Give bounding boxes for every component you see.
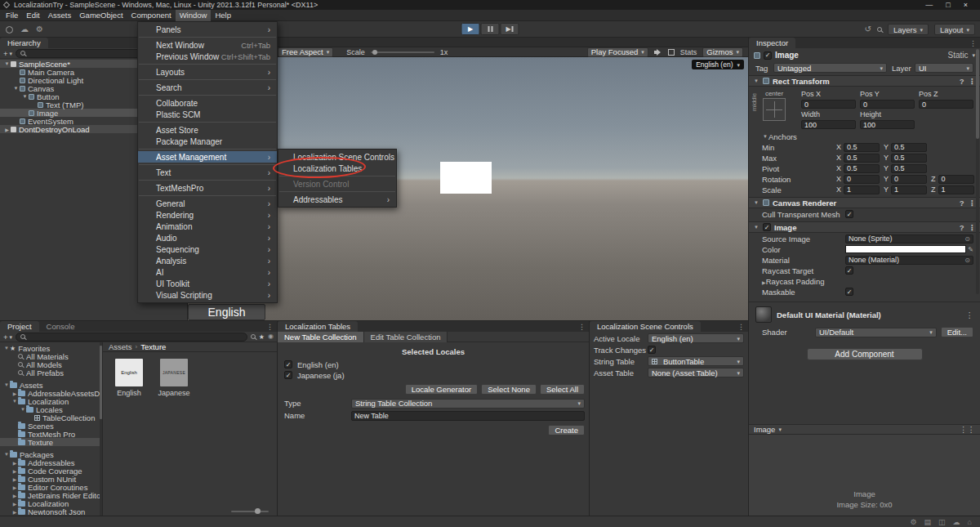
window-menu-item[interactable]: Panels› bbox=[138, 24, 277, 35]
number-field[interactable]: 0.5 bbox=[844, 164, 880, 173]
anchor-preset-widget[interactable]: center middle bbox=[753, 90, 795, 129]
layout-dropdown[interactable]: Layout▾ bbox=[934, 24, 975, 35]
number-field[interactable]: 0 bbox=[844, 175, 880, 184]
cloud-icon[interactable]: ☁ bbox=[20, 25, 29, 33]
gizmos-dropdown[interactable]: Gizmos▾ bbox=[702, 47, 743, 57]
expander-icon[interactable]: ▼ bbox=[12, 86, 20, 91]
project-tree-item[interactable]: ▶Addressables bbox=[0, 458, 102, 467]
expander-icon[interactable]: ▶ bbox=[11, 391, 18, 396]
panel-menu-icon[interactable]: ⋮ bbox=[737, 323, 745, 331]
window-menu-item[interactable]: Collaborate bbox=[138, 97, 277, 109]
more-icon[interactable]: ⋮ bbox=[969, 77, 977, 86]
tab-localization-tables[interactable]: Localization Tables bbox=[278, 321, 358, 332]
number-field[interactable]: 1 bbox=[938, 185, 974, 194]
number-field[interactable]: 0.5 bbox=[891, 154, 927, 163]
object-field[interactable]: None (Material)⊙ bbox=[845, 256, 973, 265]
project-tree-item[interactable]: ▼Localization bbox=[0, 397, 102, 405]
expander-icon[interactable]: ▼ bbox=[21, 94, 29, 99]
locale-generator-button[interactable]: Locale Generator bbox=[405, 384, 478, 395]
account-icon[interactable] bbox=[6, 26, 13, 33]
expander-icon[interactable]: ▼ bbox=[3, 382, 10, 387]
create-button[interactable]: Create bbox=[548, 425, 585, 435]
panel-menu-icon[interactable]: ⋮ bbox=[266, 323, 274, 331]
window-menu-item[interactable]: Asset Store bbox=[138, 124, 277, 136]
cull-checkbox[interactable]: ✓ bbox=[845, 210, 853, 218]
menu-gameobject[interactable]: GameObject bbox=[75, 10, 127, 21]
status-cloud-icon[interactable]: ☁ bbox=[953, 518, 960, 526]
layers-dropdown[interactable]: Layers▾ bbox=[888, 24, 929, 35]
dropdown[interactable]: English (en)▾ bbox=[648, 333, 744, 343]
project-search-input[interactable] bbox=[29, 333, 243, 341]
number-field[interactable]: 100 bbox=[860, 120, 915, 129]
expander-icon[interactable]: ▼ bbox=[3, 61, 11, 66]
window-menu-item[interactable]: TextMeshPro› bbox=[138, 182, 277, 194]
pause-button[interactable] bbox=[481, 23, 500, 35]
menu-assets[interactable]: Assets bbox=[44, 10, 76, 21]
expander-icon[interactable]: ▶ bbox=[11, 476, 18, 482]
tab-project[interactable]: Project bbox=[0, 321, 39, 332]
number-field[interactable]: 0.5 bbox=[844, 154, 880, 163]
tab-localization-scene-controls[interactable]: Localization Scene Controls bbox=[590, 321, 701, 332]
stats-toggle[interactable]: Stats bbox=[680, 48, 697, 56]
object-picker-icon[interactable]: ⊙ bbox=[964, 235, 970, 243]
project-tree-item[interactable]: ▶JetBrains Rider Editor bbox=[0, 491, 102, 499]
project-tree-item[interactable]: ▼Packages bbox=[0, 450, 102, 458]
number-field[interactable]: 0 bbox=[919, 100, 973, 109]
project-tree-item[interactable]: ▼★Favorites bbox=[0, 344, 102, 352]
expander-icon[interactable]: ▶ bbox=[11, 460, 18, 466]
number-field[interactable]: 0 bbox=[891, 175, 927, 184]
mode-tab[interactable]: Edit Table Collection bbox=[364, 332, 448, 342]
foldout-icon[interactable]: ▼ bbox=[762, 134, 768, 139]
status-paint-icon[interactable]: ⚙ bbox=[910, 518, 916, 526]
create-asset-button[interactable]: +▾ bbox=[3, 333, 12, 342]
add-component-button[interactable]: Add Component bbox=[807, 348, 923, 360]
object-field[interactable]: None (Sprite)⊙ bbox=[845, 234, 973, 243]
tab-hierarchy[interactable]: Hierarchy bbox=[0, 38, 48, 48]
project-tree-item[interactable]: All Models bbox=[0, 360, 102, 368]
window-menu-item[interactable]: AI› bbox=[138, 266, 277, 278]
aspect-dropdown[interactable]: Free Aspect▾ bbox=[278, 47, 333, 57]
menu-file[interactable]: File bbox=[2, 10, 22, 21]
layer-dropdown[interactable]: UI▾ bbox=[915, 63, 973, 73]
project-tree-item[interactable]: ▶Custom NUnit bbox=[0, 475, 102, 483]
project-tree-item[interactable]: ▶Code Coverage bbox=[0, 467, 102, 475]
expander-icon[interactable]: ▶ bbox=[11, 468, 18, 474]
window-menu-item[interactable]: Analysis› bbox=[138, 255, 277, 266]
expander-icon[interactable]: ▶ bbox=[11, 485, 18, 490]
expander-icon[interactable]: ▼ bbox=[3, 346, 10, 351]
submenu-item[interactable]: Addressables› bbox=[278, 194, 396, 205]
window-menu-item[interactable]: General› bbox=[138, 198, 277, 209]
object-picker-icon[interactable]: ⊙ bbox=[964, 257, 970, 264]
more-icon[interactable]: ⋮ bbox=[969, 199, 977, 208]
project-tree-item[interactable]: ▼Locales bbox=[0, 405, 102, 413]
tag-dropdown[interactable]: Untagged▾ bbox=[773, 63, 887, 73]
checkbox[interactable]: ✓ bbox=[845, 288, 853, 296]
help-icon[interactable]: ? bbox=[960, 223, 964, 232]
foldout-icon[interactable]: ▼ bbox=[753, 225, 760, 230]
more-icon[interactable]: ⋮ bbox=[966, 310, 974, 319]
expander-icon[interactable]: ▼ bbox=[11, 399, 18, 404]
expander-icon[interactable]: ▼ bbox=[20, 407, 26, 412]
project-search[interactable] bbox=[16, 333, 247, 342]
tab-console[interactable]: Console bbox=[39, 321, 82, 332]
search-by-type-icon[interactable] bbox=[251, 334, 256, 339]
property-label[interactable]: ▶Raycast Padding bbox=[762, 277, 845, 286]
create-object-button[interactable]: +▾ bbox=[3, 49, 12, 58]
window-menu-item[interactable]: Search› bbox=[138, 82, 277, 93]
project-tree-item[interactable]: Scenes bbox=[0, 422, 102, 430]
mute-audio-icon[interactable] bbox=[654, 49, 662, 56]
dropdown[interactable]: None (Asset Table)▾ bbox=[648, 368, 744, 377]
number-field[interactable]: 1 bbox=[891, 185, 927, 194]
undo-history-icon[interactable]: ↺ bbox=[865, 25, 871, 33]
saved-search-icon[interactable]: ★ bbox=[259, 333, 265, 341]
game-locale-dropdown[interactable]: English (en)▾ bbox=[692, 60, 744, 69]
foldout-icon[interactable]: ▼ bbox=[753, 78, 760, 83]
project-tree-item[interactable]: All Materials bbox=[0, 352, 102, 360]
menu-component[interactable]: Component bbox=[127, 10, 176, 21]
project-tree-item[interactable]: ▼Assets bbox=[0, 381, 102, 389]
play-button[interactable]: ▶ bbox=[461, 23, 480, 35]
search-icon[interactable] bbox=[877, 27, 882, 32]
window-menu-item[interactable]: Layouts› bbox=[138, 66, 277, 78]
minimize-button[interactable]: — bbox=[925, 1, 933, 9]
play-focused-dropdown[interactable]: Play Focused▾ bbox=[587, 47, 648, 57]
